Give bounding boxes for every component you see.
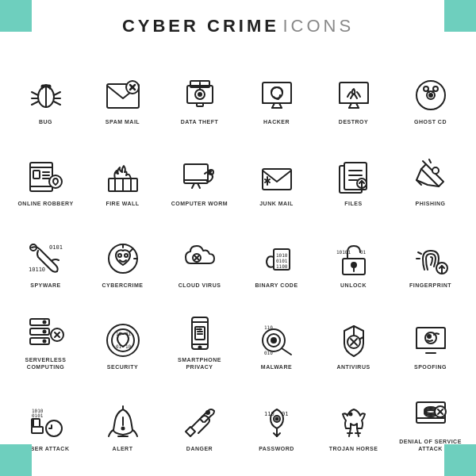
svg-line-36 [428,90,429,92]
hacker-label: HACKER [263,119,290,125]
svg-text:10: 10 [116,331,122,336]
subtitle: ICONS [282,16,354,36]
svg-text:1010: 1010 [32,408,44,413]
svg-point-115 [198,347,201,349]
destroy-label: DESTROY [339,119,368,125]
computer-worm-label: COMPUTER WORM [171,201,228,207]
fingerprint-label: FINGERPRINT [409,282,451,289]
antivirus-icon [333,320,374,361]
binary-code-label: BINARY CODE [255,282,298,289]
smartphone-label: SMARTPHONE PRIVACY [163,357,236,370]
svg-point-76 [118,254,121,257]
svg-point-101 [43,331,45,333]
spam-mail-icon [102,75,144,116]
svg-line-4 [54,92,60,95]
password-label: PASSWORD [259,446,294,452]
danger-icon [179,401,221,443]
antivirus-label: ANTIVIRUS [336,364,370,370]
icon-cell-antivirus[interactable]: ANTIVIRUS [316,294,391,372]
header: CYBER CRIME ICONS [8,16,468,36]
icon-cell-password[interactable]: 110 01 PASSWORD [239,375,314,454]
icon-cell-security[interactable]: 10 01 01 10 SECURITY [85,294,160,372]
icon-cell-spoofing[interactable]: SPOOFING [393,294,468,372]
svg-line-1 [32,92,38,95]
unlock-icon: 10101 01 [333,238,374,279]
svg-line-122 [282,348,291,355]
cybercrime-icon [102,238,144,279]
svg-line-71 [429,159,431,163]
icon-cell-alert[interactable]: ALERT [85,375,160,454]
svg-text:0101: 0101 [32,413,44,418]
svg-text:10101: 10101 [336,249,351,255]
icon-cell-cloud-virus[interactable]: CLOUD VIRUS [162,213,237,291]
icon-cell-dos-attack[interactable]: DENIAL OF SERVICE ATTACK [393,375,468,454]
junk-mail-icon [256,156,298,198]
icon-cell-phishing[interactable]: PHISHING [393,131,468,209]
svg-point-7 [41,86,44,88]
icon-cell-cybercrime[interactable]: CYBERCRIME [85,213,160,291]
icon-cell-spyware[interactable]: 10110 0101 SPYWARE [8,213,83,291]
svg-text:01: 01 [360,249,367,255]
icon-cell-bug[interactable]: BUG [8,49,83,128]
icon-cell-data-theft[interactable]: DATA THEFT [162,49,237,128]
security-label: SECURITY [107,364,138,370]
svg-point-136 [428,335,431,338]
icon-cell-cyber-attack[interactable]: 0101 1010 CYBER ATTACK [8,375,83,454]
icon-cell-hacker[interactable]: HACKER [239,49,314,128]
binary-code-icon: 1010 0101 1100 [256,238,298,279]
junk-mail-label: JUNK MAIL [259,201,294,207]
icon-cell-unlock[interactable]: 10101 01 UNLOCK [316,213,391,291]
cybercrime-label: CYBERCRIME [102,282,143,289]
svg-line-93 [418,252,421,254]
icon-cell-binary-code[interactable]: 1010 0101 1100 BINARY CODE [239,213,314,291]
bug-label: BUG [39,119,52,125]
fire-wall-icon [102,156,144,198]
svg-line-146 [200,419,203,422]
data-theft-icon [179,75,221,116]
svg-text:01: 01 [116,344,122,349]
svg-text:010: 010 [264,350,273,355]
danger-label: DANGER [186,446,213,452]
icon-cell-online-robbery[interactable]: ONLINE ROBBERY [8,131,83,209]
malware-icon: 110 010 [256,320,298,361]
online-robbery-label: ONLINE ROBBERY [17,201,73,207]
corner-br [444,444,476,476]
icon-cell-malware[interactable]: 110 010 MALWARE [239,294,314,372]
svg-text:0101: 0101 [276,258,288,263]
hacker-icon [256,75,298,116]
svg-rect-20 [263,83,291,103]
alert-label: ALERT [113,446,133,452]
smartphone-icon [179,313,221,354]
svg-text:1010: 1010 [276,252,288,258]
svg-text:01: 01 [125,331,132,336]
icon-cell-destroy[interactable]: DESTROY [316,49,391,128]
icon-cell-ghost-cd[interactable]: GHOST CD [393,49,468,128]
files-label: FILES [344,201,362,207]
icon-cell-junk-mail[interactable]: JUNK MAIL [239,131,314,209]
icon-cell-smartphone[interactable]: SMARTPHONE PRIVACY [162,294,237,372]
spoofing-label: SPOOFING [414,364,447,370]
files-icon [333,156,374,198]
icon-cell-trojan-horse[interactable]: TROJAN HORSE [316,375,391,454]
destroy-icon [333,75,374,116]
svg-point-69 [432,167,439,174]
icon-cell-fire-wall[interactable]: FIRE WALL [85,131,160,209]
svg-line-70 [423,161,426,164]
icon-cell-files[interactable]: FILES [316,131,391,209]
svg-point-102 [43,340,45,343]
dos-attack-icon [410,394,451,436]
computer-worm-icon [179,156,221,198]
icon-cell-computer-worm[interactable]: COMPUTER WORM [162,131,237,209]
alert-icon [102,401,144,443]
icon-cell-spam-mail[interactable]: SPAM MAIL [85,49,160,128]
ghost-cd-label: GHOST CD [414,119,447,125]
icon-cell-danger[interactable]: DANGER [162,375,237,454]
svg-text:1100: 1100 [276,263,288,269]
corner-bl [0,444,32,476]
spoofing-icon [410,320,451,361]
bug-icon [25,75,67,116]
icon-cell-fingerprint[interactable]: FINGERPRINT [393,213,468,291]
svg-point-8 [48,86,50,88]
icon-cell-serverless[interactable]: SERVERLESS COMPUTING [8,294,83,372]
svg-point-100 [43,321,45,324]
